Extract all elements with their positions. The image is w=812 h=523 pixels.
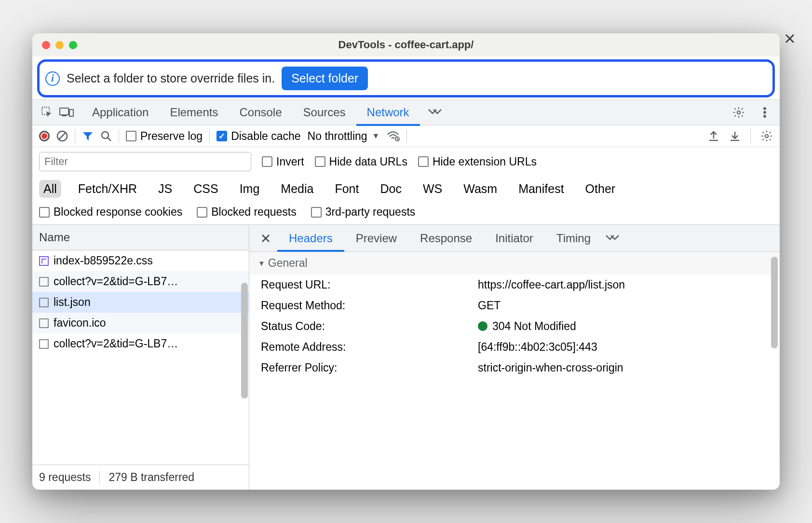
general-section-header[interactable]: ▼ General (249, 252, 780, 275)
main-tabs: Application Elements Console Sources Net… (81, 99, 420, 126)
type-ws[interactable]: WS (419, 180, 447, 198)
type-js[interactable]: JS (154, 180, 176, 198)
kv-key: Status Code: (261, 320, 478, 333)
filter-input[interactable] (39, 152, 251, 171)
infobar-message: Select a folder to store override files … (67, 71, 275, 85)
svg-line-11 (108, 138, 111, 141)
network-settings-icon[interactable] (760, 130, 773, 142)
document-icon (39, 339, 49, 349)
filter-icon[interactable] (82, 130, 94, 142)
network-conditions-icon[interactable] (386, 130, 400, 142)
titlebar: DevTools - coffee-cart.app/ (32, 33, 780, 56)
document-icon (39, 277, 49, 287)
detail-tab-timing[interactable]: Timing (545, 225, 602, 252)
kv-value: GET (478, 299, 501, 312)
zoom-window-button[interactable] (69, 41, 77, 49)
request-name: index-b859522e.css (54, 254, 153, 267)
separator (406, 129, 407, 143)
detail-tab-response[interactable]: Response (408, 225, 484, 252)
blocked-requests-checkbox[interactable]: Blocked requests (197, 206, 296, 219)
kebab-menu-icon[interactable] (757, 104, 773, 121)
checkbox-icon (262, 156, 272, 167)
type-media[interactable]: Media (276, 180, 318, 198)
kv-value: [64:ff9b::4b02:3c05]:443 (478, 341, 597, 354)
throttling-value: No throttling (308, 130, 367, 143)
throttling-select[interactable]: No throttling ▼ (308, 130, 380, 143)
scrollbar-thumb[interactable] (771, 257, 778, 348)
clear-button[interactable] (56, 130, 68, 142)
hide-extension-urls-checkbox[interactable]: Hide extension URLs (418, 155, 537, 168)
checkbox-checked-icon (217, 131, 227, 141)
detail-tab-preview[interactable]: Preview (344, 225, 408, 252)
search-icon[interactable] (100, 130, 112, 142)
filter-bar: Invert Hide data URLs Hide extension URL… (32, 147, 780, 176)
override-infobar: i Select a folder to store override file… (37, 59, 775, 97)
type-fetch-xhr[interactable]: Fetch/XHR (74, 180, 141, 198)
hide-data-urls-checkbox[interactable]: Hide data URLs (315, 155, 407, 168)
disable-cache-checkbox[interactable]: Disable cache (217, 130, 300, 143)
disable-cache-label: Disable cache (231, 130, 300, 143)
request-row[interactable]: favicon.ico (32, 313, 249, 333)
select-folder-button[interactable]: Select folder (282, 67, 368, 90)
request-row[interactable]: list.json (32, 292, 249, 313)
svg-point-6 (763, 111, 766, 114)
svg-point-15 (765, 135, 769, 138)
third-party-label: 3rd-party requests (325, 206, 416, 219)
detail-tab-initiator[interactable]: Initiator (484, 225, 545, 252)
type-doc[interactable]: Doc (376, 180, 406, 198)
chevron-down-icon: ▼ (372, 132, 380, 140)
minimize-window-button[interactable] (55, 41, 64, 49)
type-wasm[interactable]: Wasm (459, 180, 501, 198)
document-icon (39, 298, 49, 307)
third-party-checkbox[interactable]: 3rd-party requests (311, 206, 416, 219)
tab-console[interactable]: Console (229, 99, 292, 126)
settings-icon[interactable] (731, 104, 747, 121)
request-row[interactable]: index-b859522e.css (32, 250, 249, 271)
device-toggle-icon[interactable] (58, 104, 75, 121)
window-controls (42, 41, 77, 49)
kv-row: Status Code:304 Not Modified (249, 316, 780, 337)
type-manifest[interactable]: Manifest (514, 180, 568, 198)
stylesheet-icon (39, 256, 49, 266)
type-other[interactable]: Other (581, 180, 620, 198)
invert-checkbox[interactable]: Invert (262, 155, 304, 168)
request-row[interactable]: collect?v=2&tid=G-LB7… (32, 333, 249, 354)
status-bar: 9 requests 279 B transferred (32, 465, 249, 490)
tab-sources[interactable]: Sources (293, 99, 356, 126)
document-icon (39, 318, 49, 328)
kv-value: https://coffee-cart.app/list.json (478, 278, 625, 291)
more-tabs-icon[interactable] (428, 108, 442, 117)
preserve-log-checkbox[interactable]: Preserve log (126, 130, 203, 143)
request-name: favicon.ico (54, 317, 106, 330)
type-font[interactable]: Font (330, 180, 363, 198)
tab-application[interactable]: Application (81, 99, 159, 126)
detail-tab-headers[interactable]: Headers (277, 225, 344, 252)
inspect-icon[interactable] (39, 104, 55, 121)
scrollbar-thumb[interactable] (241, 283, 248, 399)
close-window-button[interactable] (42, 41, 50, 49)
svg-rect-1 (60, 108, 68, 115)
tab-elements[interactable]: Elements (159, 99, 229, 126)
request-row[interactable]: collect?v=2&tid=G-LB7… (32, 271, 249, 292)
tab-network[interactable]: Network (356, 99, 420, 126)
type-css[interactable]: CSS (189, 180, 222, 198)
checkbox-icon (126, 131, 136, 141)
download-har-icon[interactable] (729, 130, 741, 142)
column-header-name[interactable]: Name (32, 225, 249, 250)
svg-point-7 (763, 115, 766, 118)
more-detail-tabs-icon[interactable] (605, 234, 620, 243)
record-button[interactable] (39, 131, 50, 141)
svg-line-9 (59, 133, 66, 139)
type-all[interactable]: All (39, 180, 61, 198)
kv-key: Remote Address: (261, 341, 478, 354)
upload-har-icon[interactable] (708, 130, 719, 142)
blocked-cookies-checkbox[interactable]: Blocked response cookies (39, 206, 182, 219)
triangle-down-icon: ▼ (258, 259, 265, 267)
kv-key: Referrer Policy: (261, 361, 478, 374)
checkbox-icon (311, 207, 322, 218)
kv-key: Request Method: (261, 299, 478, 312)
svg-rect-3 (69, 110, 73, 116)
close-detail-icon[interactable] (254, 234, 277, 243)
separator (119, 129, 119, 143)
type-img[interactable]: Img (235, 180, 264, 198)
